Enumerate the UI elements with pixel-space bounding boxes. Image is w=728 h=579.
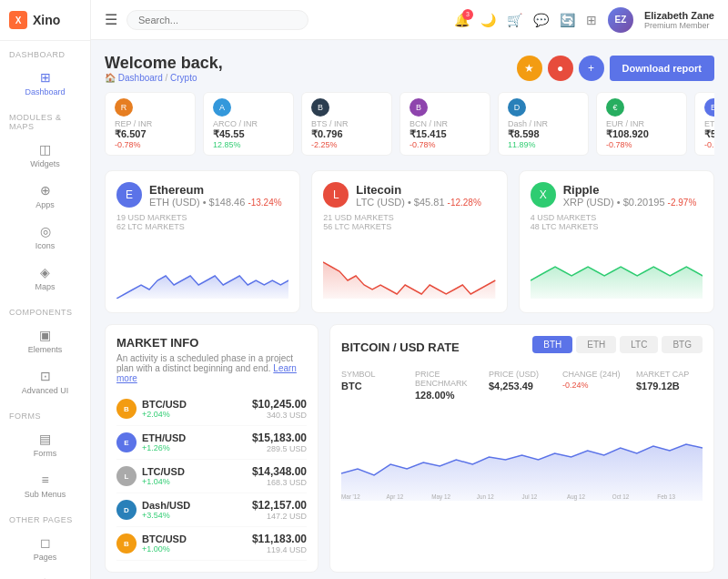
ticker-pair: BTS / INR xyxy=(311,119,382,128)
hamburger-icon[interactable]: ☰ xyxy=(105,11,117,28)
btc-stat: SYMBOL BTC xyxy=(341,370,408,401)
chart-card-header: L Litecoin LTC (USD) • $45.81 -12.28% xyxy=(323,182,495,208)
elements-icon: ▣ xyxy=(39,328,51,342)
sidebar-item-maps[interactable]: ◈ Maps xyxy=(0,258,90,299)
logo-text: Xino xyxy=(33,13,60,27)
ticker-pair: EUR / INR xyxy=(606,119,677,128)
sidebar-item-submenus[interactable]: ≡ Sub Menus xyxy=(0,465,90,506)
chart-card-header: X Ripple XRP (USD) • $0.20195 -2.97% xyxy=(531,182,703,208)
ticker-item[interactable]: E ETH / USDT ₹524.420 -0.92% xyxy=(694,92,714,156)
cart-icon[interactable]: 🛒 xyxy=(507,13,522,27)
market-row[interactable]: D Dash/USD +3.54% $12,157.00 147.2 USD xyxy=(116,493,307,527)
ticker-item[interactable]: B BTS / INR ₹0.796 -2.25% xyxy=(301,92,392,156)
sidebar-item-icons[interactable]: ◎ Icons xyxy=(0,217,90,258)
btc-stat: PRICE BENCHMARK 128.00% xyxy=(415,370,481,401)
user-role: Premium Member xyxy=(644,21,714,30)
btc-tab-bth[interactable]: BTH xyxy=(532,336,572,353)
mini-chart xyxy=(116,235,288,299)
apps-icon: ⊕ xyxy=(40,183,51,198)
crypto-name: Ripple xyxy=(563,183,697,197)
ticker-price: ₹15.415 xyxy=(410,128,480,140)
market-row-left: L LTC/USD +1.04% xyxy=(116,466,185,486)
ticker-item[interactable]: R REP / INR ₹6.507 -0.78% xyxy=(105,92,196,156)
svg-text:Mar '12: Mar '12 xyxy=(341,493,360,500)
svg-text:Aug 12: Aug 12 xyxy=(567,493,585,501)
svg-text:May 12: May 12 xyxy=(431,493,450,501)
notification-icon[interactable]: 🔔 3 xyxy=(454,13,470,27)
ticker-item[interactable]: B BCN / INR ₹15.415 -0.78% xyxy=(399,92,490,156)
btc-tabs: BTHETHLTCBTG xyxy=(532,336,703,353)
page-title: Welcome back, xyxy=(105,54,223,73)
svg-text:Feb 13: Feb 13 xyxy=(657,493,675,500)
avatar: EZ xyxy=(608,7,633,33)
grid-apps-icon[interactable]: ⊞ xyxy=(586,13,597,27)
market-row[interactable]: E ETH/USD +1.26% $15,183.00 289.5 USD xyxy=(116,426,307,460)
star-button[interactable]: ★ xyxy=(517,56,542,81)
btc-stat-value: $179.12B xyxy=(636,381,703,391)
sidebar-item-dashboard[interactable]: ⊞ Dashboard xyxy=(0,63,90,104)
ticker-pair: ETH / USDT xyxy=(704,119,714,128)
icons-icon: ◎ xyxy=(40,224,51,239)
btc-tab-eth[interactable]: ETH xyxy=(576,336,616,353)
main-content: ☰ 🔔 3 🌙 🛒 💬 🔄 ⊞ EZ Elizabeth Zane Premiu… xyxy=(91,0,728,579)
notification-badge: 3 xyxy=(462,9,473,20)
sidebar-item-elements[interactable]: ▣ Elements xyxy=(0,320,90,361)
grid-icon: ⊞ xyxy=(40,70,51,85)
market-coin-icon: D xyxy=(116,500,136,520)
ticker-price: ₹6.507 xyxy=(115,128,186,140)
market-row[interactable]: B BTC/USD +2.04% $10,245.00 340.3 USD xyxy=(116,392,307,426)
user-info: Elizabeth Zane Premium Member xyxy=(644,10,714,30)
crypto-icon: L xyxy=(323,182,349,208)
market-change: +2.04% xyxy=(142,410,187,419)
svg-marker-0 xyxy=(116,276,288,299)
sidebar-item-apps[interactable]: ⊕ Apps xyxy=(0,176,90,217)
ticker-item[interactable]: D Dash / INR ₹8.598 11.89% xyxy=(498,92,589,156)
crypto-price: LTC (USD) • $45.81 -12.28% xyxy=(356,197,481,208)
sidebar-item-widgets[interactable]: ◫ Widgets xyxy=(0,135,90,176)
download-button[interactable]: Download report xyxy=(610,56,714,81)
breadcrumb: 🏠 Dashboard / Crypto xyxy=(105,73,223,83)
market-row[interactable]: B BTC/USD +1.00% $11,183.00 119.4 USD xyxy=(116,527,307,561)
btc-stat: MARKET CAP $179.12B xyxy=(636,370,703,401)
market-vol: 168.3 USD xyxy=(252,478,307,487)
search-input[interactable] xyxy=(126,10,308,30)
sidebar-item-label: Widgets xyxy=(30,159,60,168)
advanced-ui-icon: ⊡ xyxy=(40,369,51,383)
ticker-bar: R REP / INR ₹6.507 -0.78% A ARCO / INR ₹… xyxy=(105,92,714,159)
ticker-change: -0.78% xyxy=(410,140,480,149)
market-row-left: D Dash/USD +3.54% xyxy=(116,500,190,520)
market-coin-icon: L xyxy=(116,466,136,486)
sidebar-item-pages[interactable]: ◻ Pages xyxy=(0,528,90,569)
btc-stat-value: -0.24% xyxy=(562,381,629,390)
sidebar-section-forms: FORMS xyxy=(0,402,90,424)
moon-icon[interactable]: 🌙 xyxy=(480,13,496,27)
ticker-pair: BCN / INR xyxy=(410,119,480,128)
sidebar-item-advanced-ui[interactable]: ⊡ Advanced UI xyxy=(0,361,90,402)
plus-button[interactable]: + xyxy=(579,56,604,81)
sidebar-item-utilities[interactable]: ⚙ Utilities xyxy=(0,569,90,579)
market-info-title: MARKET INFO xyxy=(116,336,307,350)
learn-more-link[interactable]: Learn more xyxy=(116,363,297,383)
circle-button[interactable]: ● xyxy=(548,56,573,81)
ticker-item[interactable]: € EUR / INR ₹108.920 -0.78% xyxy=(596,92,687,156)
sidebar-section-other: OTHER PAGES xyxy=(0,506,90,528)
sidebar-logo: X Xino xyxy=(0,0,90,41)
ticker-change: -0.92% xyxy=(704,140,714,149)
topnav-right: 🔔 3 🌙 🛒 💬 🔄 ⊞ EZ Elizabeth Zane Premium … xyxy=(454,7,714,33)
crypto-change: -2.97% xyxy=(668,198,697,208)
market-pair: BTC/USD xyxy=(142,533,187,544)
ticker-price: ₹108.920 xyxy=(606,128,677,140)
market-row[interactable]: L LTC/USD +1.04% $14,348.00 168.3 USD xyxy=(116,460,307,493)
ticker-item[interactable]: A ARCO / INR ₹45.55 12.85% xyxy=(203,92,294,156)
btc-tab-ltc[interactable]: LTC xyxy=(620,336,658,353)
ticker-change: -0.78% xyxy=(606,140,677,149)
chat-icon[interactable]: 💬 xyxy=(533,13,549,27)
market-price: $11,183.00 xyxy=(252,533,307,545)
ticker-pair: ARCO / INR xyxy=(213,119,284,128)
refresh-icon[interactable]: 🔄 xyxy=(560,13,575,27)
sidebar-item-forms[interactable]: ▤ Forms xyxy=(0,424,90,465)
mini-chart xyxy=(531,235,703,299)
ticker-change: -0.78% xyxy=(115,140,186,149)
btc-tab-btg[interactable]: BTG xyxy=(662,336,703,353)
btc-stat-label: MARKET CAP xyxy=(636,370,703,379)
